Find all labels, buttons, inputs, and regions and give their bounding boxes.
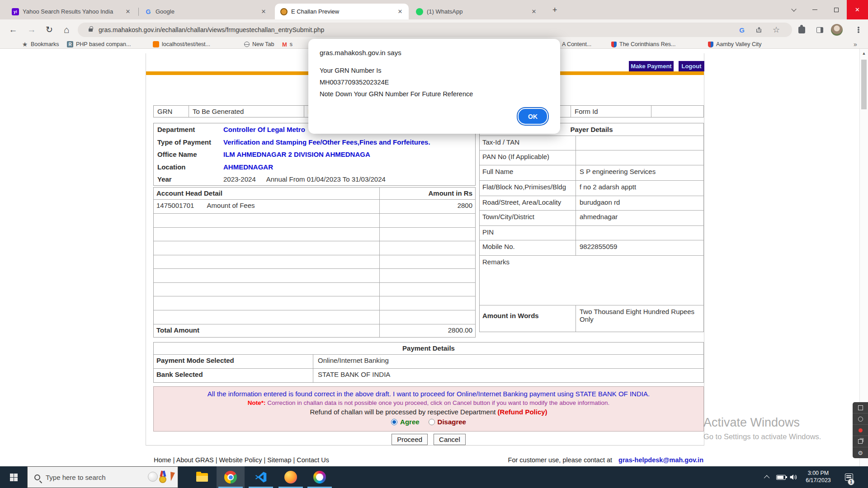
tab-close-icon[interactable]: ✕ bbox=[396, 8, 404, 16]
extensions-puzzle-icon[interactable] bbox=[795, 23, 808, 37]
bookmark-label: localhost/test/test... bbox=[162, 41, 210, 47]
bookmark-item-bookmarks[interactable]: ★ Bookmarks bbox=[22, 40, 59, 49]
browser-menu-kebab-icon[interactable] bbox=[852, 23, 865, 37]
footer-link-sitemap[interactable]: Sitemap bbox=[267, 456, 291, 464]
row-label: Location bbox=[154, 163, 223, 171]
speaker-icon[interactable] bbox=[788, 466, 799, 488]
bookmarks-star-icon: ★ bbox=[22, 41, 28, 47]
make-payment-button[interactable]: Make Payment bbox=[629, 61, 674, 71]
page-footer: Home | About GRAS | Website Policy | Sit… bbox=[154, 456, 703, 464]
row-label: Office Name bbox=[154, 150, 223, 158]
close-window-button[interactable]: ✕ bbox=[847, 0, 868, 19]
profile-avatar[interactable] bbox=[830, 23, 844, 37]
vscode-taskbar-icon[interactable] bbox=[247, 466, 275, 488]
footer-link-contact[interactable]: Contact Us bbox=[297, 456, 329, 464]
row-label: Type of Payment bbox=[154, 138, 223, 146]
footer-link-policy[interactable]: Website Policy bbox=[219, 456, 262, 464]
separator: | bbox=[216, 456, 217, 464]
separator: | bbox=[264, 456, 265, 464]
tab-title: (1) WhatsApp bbox=[427, 8, 526, 15]
bookmark-item-localhost[interactable]: localhost/test/test... bbox=[153, 40, 210, 49]
camera-icon[interactable] bbox=[853, 413, 868, 425]
windows-taskbar: Type here to search 3:00 PM 6/17/2023 1 bbox=[0, 466, 868, 488]
disagree-radio[interactable] bbox=[429, 419, 435, 425]
total-row: Total Amount 2800.00 bbox=[154, 324, 475, 338]
tab-search-chevron-icon[interactable] bbox=[783, 0, 804, 19]
proceed-button[interactable]: Proceed bbox=[392, 434, 428, 445]
bookmarks-overflow-icon[interactable]: » bbox=[854, 40, 857, 49]
payment-mode-value: Online/Internet Banking bbox=[313, 355, 392, 368]
tab-e-challan-active[interactable]: E Challan Preview ✕ bbox=[275, 4, 409, 19]
account-head-cell: 1475001701 Amount of Fees bbox=[154, 200, 380, 213]
gear-icon[interactable]: ⚙ bbox=[853, 447, 868, 458]
tray-chevron-up-icon[interactable] bbox=[762, 466, 772, 488]
logout-button[interactable]: Logout bbox=[679, 61, 704, 71]
file-explorer-taskbar-icon[interactable] bbox=[188, 466, 216, 488]
action-center-icon[interactable]: 1 bbox=[840, 466, 858, 488]
tab-close-icon[interactable]: ✕ bbox=[530, 8, 538, 16]
table-row: Location AHMEDNAGAR bbox=[154, 161, 475, 174]
start-button[interactable] bbox=[0, 466, 27, 488]
forward-icon[interactable]: → bbox=[25, 19, 38, 40]
side-panel-icon[interactable] bbox=[813, 23, 826, 37]
row-value: ahmednagar bbox=[576, 211, 703, 225]
amount-cell: 2800 bbox=[380, 200, 475, 213]
bookmark-item-new-tab[interactable]: New Tab bbox=[244, 40, 274, 49]
medal-image bbox=[159, 476, 166, 483]
tab-title: E Challan Preview bbox=[291, 8, 392, 15]
bookmark-item-aamby[interactable]: Aamby Valley City bbox=[708, 40, 762, 49]
tab-google[interactable]: G Google ✕ bbox=[139, 4, 272, 19]
bookmark-item-corinthians[interactable]: The Corinthians Res... bbox=[611, 40, 675, 49]
refund-policy-link[interactable]: (Refund Policy) bbox=[498, 408, 547, 416]
agree-radio[interactable] bbox=[391, 419, 397, 425]
tab-yahoo[interactable]: y! Yahoo Search Results Yahoo India ✕ bbox=[6, 4, 137, 19]
url-text[interactable]: gras.mahakosh.gov.in/echallan/challan/vi… bbox=[99, 26, 324, 33]
minimize-button[interactable] bbox=[804, 0, 826, 19]
form-id-label: Form Id bbox=[571, 106, 651, 117]
scrollbar-thumb[interactable] bbox=[861, 60, 867, 109]
table-row: Full Name S P engineering Services bbox=[480, 165, 703, 181]
taskbar-clock[interactable]: 3:00 PM 6/17/2023 bbox=[799, 469, 837, 484]
tab-close-icon[interactable]: ✕ bbox=[124, 8, 132, 16]
remarks-row: Remarks bbox=[480, 256, 703, 305]
firefox-taskbar-icon[interactable] bbox=[277, 466, 305, 488]
row-value: 9822855059 bbox=[576, 240, 703, 255]
bookmark-item-gmail[interactable]: M s bbox=[282, 40, 292, 49]
taskbar-search-input[interactable]: Type here to search bbox=[27, 466, 178, 488]
address-bar[interactable]: gras.mahakosh.gov.in/echallan/challan/vi… bbox=[78, 23, 792, 37]
new-tab-button[interactable]: + bbox=[552, 5, 557, 15]
maximize-button[interactable] bbox=[826, 0, 847, 19]
windows-logo-icon bbox=[10, 474, 18, 481]
google-lens-icon[interactable]: G bbox=[735, 23, 749, 37]
footer-link-home[interactable]: Home bbox=[154, 456, 171, 464]
back-icon[interactable]: ← bbox=[6, 19, 20, 40]
record-icon[interactable] bbox=[853, 425, 868, 436]
layers-icon[interactable] bbox=[853, 436, 868, 447]
row-label: Year bbox=[154, 175, 223, 183]
golf-tee-image bbox=[169, 472, 175, 482]
tab-whatsapp[interactable]: (1) WhatsApp ✕ bbox=[410, 4, 542, 19]
cancel-button[interactable]: Cancel bbox=[434, 434, 466, 445]
capture-region-icon[interactable] bbox=[853, 402, 868, 413]
empty-row bbox=[154, 241, 475, 255]
empty-row bbox=[154, 296, 475, 310]
footer-link-about[interactable]: About GRAS bbox=[176, 456, 214, 464]
lock-icon[interactable] bbox=[89, 28, 93, 32]
bookmark-star-icon[interactable]: ☆ bbox=[769, 23, 783, 37]
home-icon[interactable]: ⌂ bbox=[60, 19, 73, 40]
helpdesk-email-link[interactable]: gras-helpdesk@mah.gov.in bbox=[618, 456, 703, 464]
scroll-up-arrow-icon[interactable]: ▲ bbox=[860, 51, 868, 56]
share-icon[interactable] bbox=[752, 23, 766, 37]
chrome-taskbar-icon[interactable] bbox=[217, 466, 245, 488]
clock-date: 6/17/2023 bbox=[799, 477, 837, 484]
globe-icon bbox=[244, 42, 250, 47]
bookmark-item-a-content[interactable]: A Content... bbox=[562, 40, 591, 49]
row-value bbox=[576, 256, 703, 305]
battery-icon[interactable] bbox=[774, 466, 788, 488]
tab-close-icon[interactable]: ✕ bbox=[259, 8, 268, 16]
shield-favicon bbox=[611, 42, 617, 47]
paint3d-taskbar-icon[interactable] bbox=[306, 466, 334, 488]
reload-icon[interactable]: ↻ bbox=[42, 19, 56, 40]
bookmark-item-php[interactable]: R PHP based compan... bbox=[67, 40, 131, 49]
ok-button[interactable]: OK bbox=[518, 108, 548, 125]
